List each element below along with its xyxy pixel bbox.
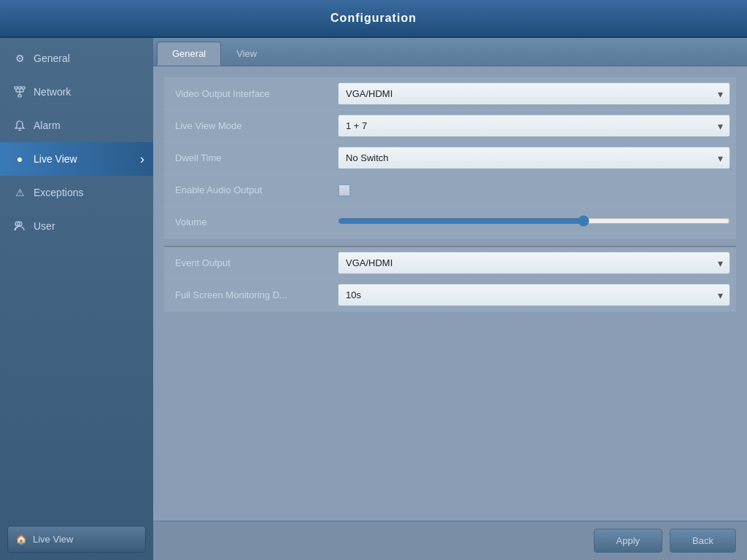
form-row-video-output: Video Output Interface VGA/HDMI VGA HDMI xyxy=(164,77,736,110)
dwell-time-control: No Switch 5s 10s 20s 30s xyxy=(332,142,736,174)
live-view-mode-label: Live View Mode xyxy=(164,113,332,139)
network-icon xyxy=(13,85,26,98)
video-output-control: VGA/HDMI VGA HDMI xyxy=(332,78,736,109)
full-screen-control: 10s 20s 30s 60s xyxy=(332,279,736,311)
video-output-select[interactable]: VGA/HDMI VGA HDMI xyxy=(338,82,730,105)
video-output-select-wrapper: VGA/HDMI VGA HDMI xyxy=(338,82,730,105)
apply-button[interactable]: Apply xyxy=(594,529,663,553)
full-screen-label: Full Screen Monitoring D... xyxy=(164,282,332,308)
event-output-label: Event Output xyxy=(164,250,332,276)
form-row-full-screen: Full Screen Monitoring D... 10s 20s 30s … xyxy=(164,279,736,311)
live-view-mode-control: 1 + 7 1 4 9 16 xyxy=(332,110,736,141)
volume-control xyxy=(332,211,736,233)
volume-label: Volume xyxy=(164,209,332,235)
sidebar-item-label: Network xyxy=(34,86,71,98)
svg-rect-3 xyxy=(18,95,21,97)
gear-icon: ⚙ xyxy=(13,52,26,65)
live-view-mode-select-wrapper: 1 + 7 1 4 9 16 xyxy=(338,114,730,137)
dwell-time-select[interactable]: No Switch 5s 10s 20s 30s xyxy=(338,147,730,169)
sidebar-item-exceptions[interactable]: ⚠ Exceptions xyxy=(0,176,153,209)
main-layout: ⚙ General Network xyxy=(0,38,747,560)
form-area: Video Output Interface VGA/HDMI VGA HDMI… xyxy=(153,66,747,521)
form-row-live-view-mode: Live View Mode 1 + 7 1 4 9 16 xyxy=(164,110,736,142)
event-output-select-wrapper: VGA/HDMI VGA HDMI xyxy=(338,252,730,274)
form-row-enable-audio: Enable Audio Output xyxy=(164,174,736,206)
sidebar-item-general[interactable]: ⚙ General xyxy=(0,42,153,75)
event-output-select[interactable]: VGA/HDMI VGA HDMI xyxy=(338,252,730,274)
form-row-event-output: Event Output VGA/HDMI VGA HDMI xyxy=(164,246,736,279)
tab-bar: General View xyxy=(153,38,747,66)
svg-rect-2 xyxy=(22,87,25,89)
sidebar-item-live-view[interactable]: ● Live View xyxy=(0,142,153,176)
user-icon xyxy=(13,219,26,233)
full-screen-select[interactable]: 10s 20s 30s 60s xyxy=(338,284,730,306)
sidebar-item-alarm[interactable]: Alarm xyxy=(0,109,153,142)
sidebar-item-label: Alarm xyxy=(34,120,61,131)
home-icon: 🏠 xyxy=(15,534,27,545)
tab-view[interactable]: View xyxy=(221,42,272,66)
tab-general[interactable]: General xyxy=(157,42,221,66)
title-text: Configuration xyxy=(330,12,417,25)
form-row-dwell-time: Dwell Time No Switch 5s 10s 20s 30s xyxy=(164,142,736,174)
svg-rect-0 xyxy=(15,87,18,89)
live-view-bottom-label: Live View xyxy=(33,534,73,545)
full-screen-select-wrapper: 10s 20s 30s 60s xyxy=(338,284,730,306)
content-area: General View Video Output Interface VGA/… xyxy=(153,38,747,560)
enable-audio-control xyxy=(332,179,736,201)
sidebar: ⚙ General Network xyxy=(0,38,153,560)
alarm-icon xyxy=(13,119,26,132)
sidebar-item-user[interactable]: User xyxy=(0,209,153,243)
back-button[interactable]: Back xyxy=(670,529,736,553)
action-bar: Apply Back xyxy=(153,521,747,560)
live-view-bottom-button[interactable]: 🏠 Live View xyxy=(7,526,146,553)
form-row-volume: Volume xyxy=(164,206,736,238)
title-bar: Configuration xyxy=(0,0,747,38)
sidebar-item-label: Exceptions xyxy=(34,187,83,198)
dwell-time-label: Dwell Time xyxy=(164,145,332,171)
svg-rect-1 xyxy=(18,87,21,89)
dwell-time-select-wrapper: No Switch 5s 10s 20s 30s xyxy=(338,147,730,169)
volume-slider[interactable] xyxy=(338,215,730,227)
sidebar-bottom: 🏠 Live View xyxy=(0,518,153,560)
sidebar-item-network[interactable]: Network xyxy=(0,75,153,109)
live-view-icon: ● xyxy=(13,152,26,166)
enable-audio-label: Enable Audio Output xyxy=(164,177,332,203)
sidebar-item-label: User xyxy=(34,220,55,232)
exceptions-icon: ⚠ xyxy=(13,186,26,199)
live-view-mode-select[interactable]: 1 + 7 1 4 9 16 xyxy=(338,114,730,137)
sidebar-item-label: Live View xyxy=(34,153,77,165)
sidebar-item-label: General xyxy=(34,52,70,64)
enable-audio-checkbox[interactable] xyxy=(338,184,351,197)
event-output-control: VGA/HDMI VGA HDMI xyxy=(332,247,736,279)
video-output-label: Video Output Interface xyxy=(164,81,332,106)
